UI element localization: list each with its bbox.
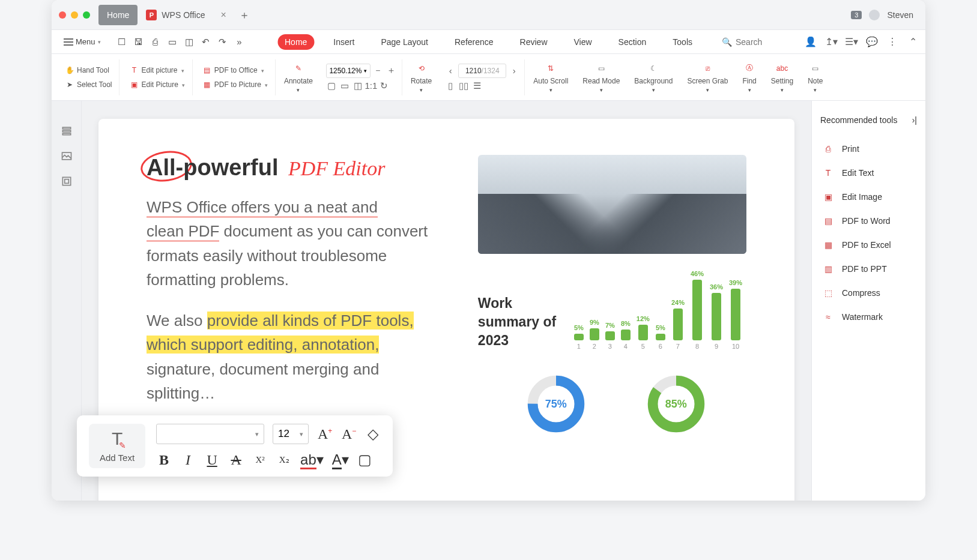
ribbon-tab-tools[interactable]: Tools (665, 34, 700, 50)
collapse-ribbon-icon[interactable]: ⌃ (907, 37, 918, 47)
underline-button[interactable]: U (204, 452, 220, 468)
clear-format-button[interactable]: ▢ (357, 451, 373, 468)
prev-page-icon[interactable]: ‹ (445, 65, 456, 76)
zoom-level[interactable]: 1250.12%▾ (326, 64, 371, 78)
font-size-select[interactable]: 12▾ (273, 424, 309, 444)
increase-font-button[interactable]: A+ (317, 426, 333, 442)
upload-icon[interactable]: ↥▾ (826, 37, 836, 47)
page-number-input[interactable]: 1210/1324 (458, 64, 506, 78)
rotate-button[interactable]: ⟲ Rotate▾ (405, 62, 438, 93)
ribbon-tab-reference[interactable]: Reference (447, 34, 501, 50)
export-icon[interactable]: ◫ (184, 37, 195, 47)
bold-button[interactable]: B (156, 452, 172, 468)
actual-size-icon[interactable]: ◫ (352, 80, 363, 91)
pdf-to-office-button[interactable]: ▤PDF to Office (200, 64, 270, 76)
avatar[interactable] (869, 10, 880, 20)
text-controls: ▾ 12▾ A+ A− ◇ B I U A X² X₂ ab▾ A▾ ▢ (156, 424, 381, 468)
zoom-out-icon[interactable]: － (373, 65, 384, 76)
donut-a: 75% (526, 374, 586, 434)
ribbon-tab-section[interactable]: Section (611, 34, 654, 50)
fit-page-icon[interactable]: ▢ (326, 80, 337, 91)
collapse-panel-icon[interactable]: ›| (912, 115, 917, 125)
redo-icon[interactable]: ↷ (217, 37, 228, 47)
open-icon[interactable]: ☐ (116, 37, 127, 47)
ribbon-tab-insert[interactable]: Insert (326, 34, 361, 50)
thumbnail-icon[interactable] (61, 150, 73, 162)
eraser-button[interactable]: ◇ (365, 426, 381, 442)
print-icon[interactable]: ⎙ (150, 37, 161, 47)
search-input[interactable] (736, 37, 796, 47)
share-icon[interactable]: 👤 (805, 37, 816, 47)
rp-item-edit-image[interactable]: ▣Edit Image (820, 185, 917, 209)
attachment-icon[interactable] (61, 175, 73, 187)
find-button[interactable]: ⒶFind▾ (736, 62, 762, 93)
two-page-icon[interactable]: ▯▯ (458, 80, 469, 91)
username[interactable]: Steven (887, 10, 913, 20)
pdf-to-picture-button[interactable]: ▦PDF to Picture (200, 79, 270, 91)
rp-item-pdf-to-excel[interactable]: ▦PDF to Excel (820, 233, 917, 257)
close-window-button[interactable] (59, 11, 66, 19)
font-family-select[interactable]: ▾ (156, 424, 264, 444)
superscript-button[interactable]: X² (252, 455, 268, 465)
hamburger-icon (64, 38, 73, 46)
font-color-button[interactable]: A▾ (332, 451, 349, 468)
rp-item-pdf-to-ppt[interactable]: ▥PDF to PPT (820, 257, 917, 281)
add-text-button[interactable]: T Add Text (89, 424, 145, 468)
save-icon[interactable]: 🖫 (133, 37, 144, 47)
ribbon-tab-layout[interactable]: Page Layout (374, 34, 435, 50)
subscript-button[interactable]: X₂ (276, 454, 292, 465)
close-tab-icon[interactable]: × (220, 10, 226, 20)
ribbon-tab-home[interactable]: Home (277, 34, 314, 50)
zoom1-icon[interactable]: 1:1 (366, 80, 377, 91)
italic-button[interactable]: I (180, 452, 196, 468)
highlight-button[interactable]: ab▾ (300, 451, 324, 468)
tab-document[interactable]: P WPS Office × (138, 5, 234, 25)
rotate-icon: ⟲ (415, 62, 428, 75)
ribbon-toolbar: ✋Hand Tool ➤Select Tool TEdit picture ▣E… (52, 54, 925, 101)
rp-item-pdf-to-word[interactable]: ▤PDF to Word (820, 209, 917, 233)
main-menu-button[interactable]: Menu ▾ (59, 35, 106, 49)
layout-icon[interactable]: ☰▾ (846, 37, 857, 47)
maximize-window-button[interactable] (83, 11, 90, 19)
read-mode-button[interactable]: ▭Read Mode▾ (576, 62, 626, 93)
more-icon[interactable]: » (234, 37, 245, 47)
undo-icon[interactable]: ↶ (201, 37, 211, 47)
fit-width-icon[interactable]: ▭ (339, 80, 350, 91)
screen-grab-button[interactable]: ⎚Screen Grab▾ (681, 62, 734, 93)
print-preview-icon[interactable]: ▭ (167, 37, 178, 47)
hand-tool-button[interactable]: ✋Hand Tool (62, 64, 114, 76)
notification-badge[interactable]: 3 (851, 11, 862, 19)
recommended-tools-list: ⎙PrintTEdit Text▣Edit Image▤PDF to Word▦… (820, 137, 917, 329)
svg-rect-4 (62, 177, 70, 185)
rp-item-edit-text[interactable]: TEdit Text (820, 161, 917, 185)
ribbon-tab-view[interactable]: View (567, 34, 599, 50)
ribbon-tab-review[interactable]: Review (513, 34, 555, 50)
minimize-window-button[interactable] (71, 11, 78, 19)
chat-icon[interactable]: 💬 (867, 37, 877, 47)
kebab-icon[interactable]: ⋮ (887, 37, 898, 47)
search-box[interactable]: 🔍 (722, 37, 796, 47)
annotate-button[interactable]: ✎ Annotate▾ (278, 62, 319, 93)
paragraph-1: WPS Office offers you a neat and clean P… (147, 195, 442, 292)
rp-item-compress[interactable]: ⬚Compress (820, 281, 917, 305)
new-tab-button[interactable]: ＋ (237, 8, 252, 22)
decrease-font-button[interactable]: A− (341, 426, 357, 442)
rp-item-watermark[interactable]: ≈Watermark (820, 305, 917, 329)
next-page-icon[interactable]: › (509, 65, 519, 76)
rp-item-print[interactable]: ⎙Print (820, 137, 917, 161)
strikethrough-button[interactable]: A (228, 452, 244, 468)
single-page-icon[interactable]: ▯ (445, 80, 456, 91)
edit-picture2-button[interactable]: ▣Edit Picture (127, 79, 187, 91)
zoom-in-icon[interactable]: ＋ (386, 65, 397, 76)
outline-icon[interactable] (61, 125, 73, 137)
reflow-icon[interactable]: ↻ (379, 80, 390, 91)
setting-button[interactable]: abcSetting▾ (765, 62, 799, 93)
auto-scroll-button[interactable]: ⇅Auto Scroll▾ (527, 62, 574, 93)
note-button[interactable]: ▭Note▾ (802, 62, 829, 93)
continuous-icon[interactable]: ☰ (471, 80, 482, 91)
group-convert: ▤PDF to Office ▦PDF to Picture (195, 59, 276, 95)
select-tool-button[interactable]: ➤Select Tool (62, 79, 114, 91)
tab-home[interactable]: Home (98, 5, 138, 25)
edit-picture-button[interactable]: TEdit picture (127, 64, 187, 76)
background-button[interactable]: ☾Background▾ (628, 62, 679, 93)
